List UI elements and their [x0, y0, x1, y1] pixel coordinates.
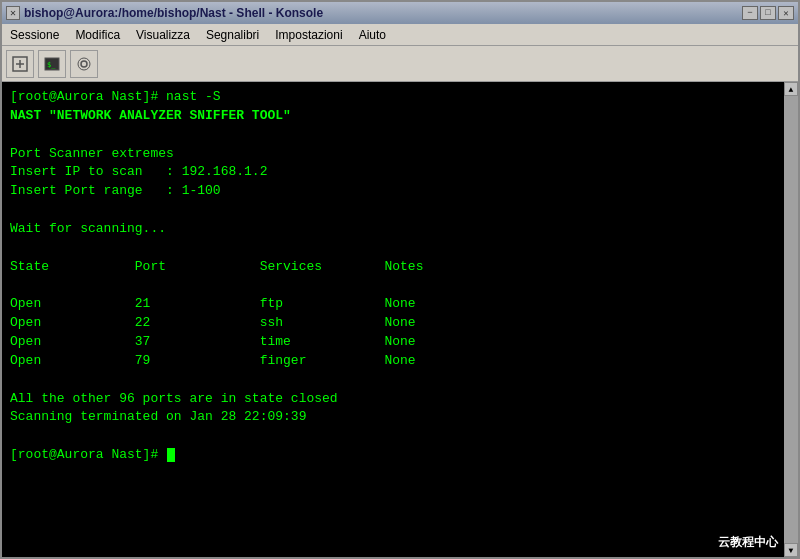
new-tab-icon — [11, 55, 29, 73]
window-minimize-button[interactable]: − — [742, 6, 758, 20]
summary-line-1: All the other 96 ports are in state clos… — [10, 391, 338, 406]
settings-icon — [75, 55, 93, 73]
terminal-content: [root@Aurora Nast]# nast -S NAST "NETWOR… — [10, 88, 790, 465]
window-close-button[interactable]: ✕ — [6, 6, 20, 20]
menu-visualizza[interactable]: Visualizza — [132, 27, 194, 43]
title-bar-right: − □ ✕ — [742, 6, 794, 20]
terminal-icon: $_ — [43, 55, 61, 73]
window-title: bishop@Aurora:/home/bishop/Nast - Shell … — [24, 6, 323, 20]
row-1: Open 21 ftp None — [10, 296, 416, 311]
prompt-line-1: [root@Aurora Nast]# nast -S — [10, 89, 221, 104]
scroll-up-arrow[interactable]: ▲ — [784, 82, 798, 96]
row-2: Open 22 ssh None — [10, 315, 416, 330]
nast-title-line: NAST "NETWORK ANALYZER SNIFFER TOOL" — [10, 108, 291, 123]
menu-segnalibri[interactable]: Segnalibri — [202, 27, 263, 43]
row-4: Open 79 finger None — [10, 353, 416, 368]
toolbar-btn-2[interactable]: $_ — [38, 50, 66, 78]
scroll-down-arrow[interactable]: ▼ — [784, 543, 798, 557]
window-maximize-button[interactable]: □ — [760, 6, 776, 20]
svg-text:$_: $_ — [47, 61, 56, 69]
prompt-line-2: [root@Aurora Nast]# — [10, 447, 166, 462]
scrollbar[interactable]: ▲ ▼ — [784, 82, 798, 557]
scroll-track[interactable] — [784, 96, 798, 543]
scanner-info-2: Insert IP to scan : 192.168.1.2 — [10, 164, 267, 179]
window-close-btn2[interactable]: ✕ — [778, 6, 794, 20]
svg-point-6 — [78, 58, 90, 70]
summary-line-2: Scanning terminated on Jan 28 22:09:39 — [10, 409, 306, 424]
toolbar-btn-1[interactable] — [6, 50, 34, 78]
scanner-info-1: Port Scanner extremes — [10, 146, 174, 161]
row-3: Open 37 time None — [10, 334, 416, 349]
svg-point-5 — [81, 61, 87, 67]
scanner-info-3: Insert Port range : 1-100 — [10, 183, 221, 198]
menu-bar: Sessione Modifica Visualizza Segnalibri … — [2, 24, 798, 46]
wait-message: Wait for scanning... — [10, 221, 166, 236]
title-bar: ✕ bishop@Aurora:/home/bishop/Nast - Shel… — [2, 2, 798, 24]
menu-sessione[interactable]: Sessione — [6, 27, 63, 43]
toolbar-btn-3[interactable] — [70, 50, 98, 78]
title-bar-left: ✕ bishop@Aurora:/home/bishop/Nast - Shel… — [6, 6, 323, 20]
terminal-area[interactable]: [root@Aurora Nast]# nast -S NAST "NETWOR… — [2, 82, 798, 557]
table-header: State Port Services Notes — [10, 259, 423, 274]
cursor — [167, 448, 175, 462]
menu-modifica[interactable]: Modifica — [71, 27, 124, 43]
menu-aiuto[interactable]: Aiuto — [355, 27, 390, 43]
main-window: ✕ bishop@Aurora:/home/bishop/Nast - Shel… — [0, 0, 800, 559]
menu-impostazioni[interactable]: Impostazioni — [271, 27, 346, 43]
watermark: 云教程中心 — [718, 534, 778, 551]
toolbar: $_ — [2, 46, 798, 82]
